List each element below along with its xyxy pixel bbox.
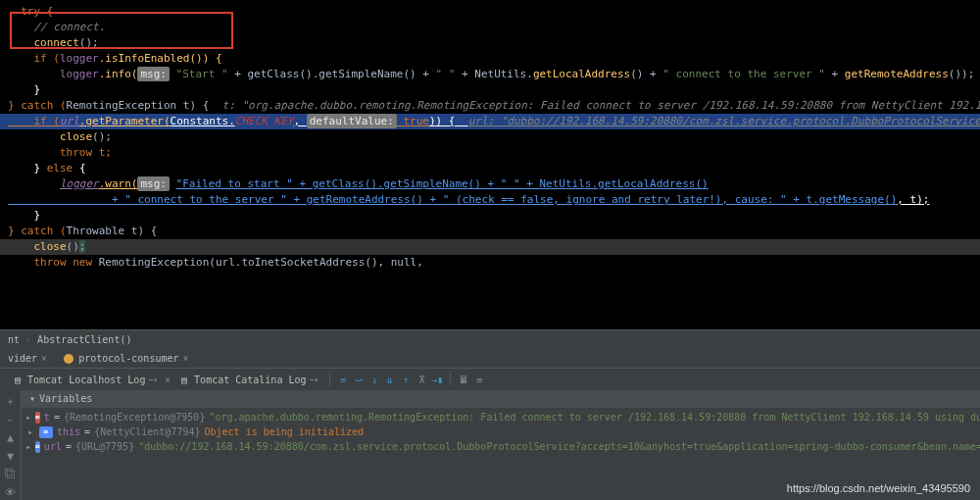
step-over-icon[interactable]: ⤻ — [352, 373, 366, 386]
code-line: // connect. — [0, 20, 980, 35]
code-line-cursor: close(); — [0, 239, 980, 255]
code-editor[interactable]: try { // connect. connect(); if (logger.… — [0, 0, 980, 329]
tomcat-localhost-log[interactable]: ▤Tomcat Localhost Log→▾ — [6, 373, 163, 386]
variables-tree[interactable]: ▸ ≡ t = {RemotingException@7950} "org.ap… — [22, 408, 980, 456]
step-out-icon[interactable]: ↑ — [399, 373, 413, 386]
debug-gutter: ＋ － ▲ ▼ ⿻ 👁 — [0, 390, 22, 500]
expand-icon[interactable]: ▸ — [25, 425, 35, 439]
tab-provider[interactable]: vider× — [0, 349, 55, 368]
add-watch-icon[interactable]: ＋ — [3, 394, 19, 410]
show-execution-point-icon[interactable]: ≡ — [336, 373, 350, 386]
code-line-highlighted: if (url.getParameter(Constants.CHECK_KEY… — [0, 114, 980, 129]
step-into-icon[interactable]: ↓ — [368, 373, 381, 386]
duplicate-icon[interactable]: ⿻ — [3, 467, 19, 482]
collapse-icon[interactable]: ▾ — [29, 390, 35, 408]
code-line: logger.info(msg: "Start " + getClass().g… — [0, 67, 980, 82]
log-icon: ▤ — [11, 373, 24, 386]
code-line: if (logger.isInfoEnabled()) { — [0, 51, 980, 67]
expand-icon[interactable]: ▸ — [25, 439, 31, 454]
variable-row[interactable]: ▸ ≡ t = {RemotingException@7950} "org.ap… — [25, 410, 976, 425]
remove-watch-icon[interactable]: － — [3, 413, 19, 428]
drop-frame-icon[interactable]: ⊼ — [415, 373, 428, 386]
code-line: connect(); — [0, 35, 980, 51]
code-line: close(); — [0, 129, 980, 145]
watermark-text: https://blog.csdn.net/weixin_43495590 — [787, 482, 970, 494]
object-badge-icon: ≡ — [39, 426, 53, 438]
tab-consumer[interactable]: protocol-consumer× — [55, 349, 196, 368]
code-line: logger.warn(msg: "Failed to start " + ge… — [0, 176, 980, 192]
expand-icon[interactable]: ▸ — [25, 410, 31, 425]
tomcat-icon — [63, 353, 74, 365]
separator — [329, 373, 330, 386]
variable-row[interactable]: ▸ ≡ this = {NettyClient@7794} Object is … — [25, 425, 976, 439]
force-step-into-icon[interactable]: ⇊ — [383, 373, 397, 386]
code-line: } catch (Throwable t) { — [0, 224, 980, 239]
log-icon: ▤ — [177, 373, 191, 386]
up-icon[interactable]: ▲ — [3, 430, 19, 446]
separator — [450, 373, 451, 386]
code-line: try { — [0, 4, 980, 20]
object-badge-icon: ≡ — [35, 441, 40, 453]
run-to-cursor-icon[interactable]: →▮ — [430, 373, 444, 386]
dropdown-icon: →▾ — [148, 375, 158, 384]
code-line: throw t; — [0, 145, 980, 161]
code-line: } — [0, 82, 980, 98]
run-tabs: vider× protocol-consumer× — [0, 349, 980, 369]
show-watches-icon[interactable]: 👁 — [3, 485, 19, 501]
svg-point-0 — [64, 354, 74, 364]
code-line: } catch (RemotingException t) { t: "org.… — [0, 98, 980, 114]
down-icon[interactable]: ▼ — [3, 449, 19, 465]
evaluate-expression-icon[interactable]: 🖩 — [457, 373, 470, 386]
exception-badge-icon: ≡ — [35, 412, 40, 424]
close-icon[interactable]: × — [165, 375, 171, 385]
breadcrumb-item[interactable]: AbstractClient() — [37, 334, 131, 345]
breadcrumb-bar[interactable]: ntAbstractClient() — [0, 329, 980, 349]
trace-current-stream-icon[interactable]: ≡ — [472, 373, 486, 386]
dropdown-icon: →▾ — [309, 375, 318, 384]
debug-toolbar: ▤Tomcat Localhost Log→▾ × ▤Tomcat Catali… — [0, 369, 980, 390]
close-icon[interactable]: × — [183, 353, 189, 364]
tomcat-catalina-log[interactable]: ▤Tomcat Catalina Log→▾ — [172, 373, 323, 386]
variables-header[interactable]: ▾Variables — [22, 390, 980, 408]
code-line: } — [0, 208, 980, 224]
close-icon[interactable]: × — [41, 353, 47, 364]
variable-row[interactable]: ▸ ≡ url = {URL@7795} "dubbo://192.168.14… — [25, 439, 976, 454]
code-line: throw new RemotingException(url.toInetSo… — [0, 255, 980, 271]
code-line: + " connect to the server " + getRemoteA… — [0, 192, 980, 208]
code-line: } else { — [0, 161, 980, 176]
breadcrumb-item[interactable]: nt — [8, 334, 37, 345]
